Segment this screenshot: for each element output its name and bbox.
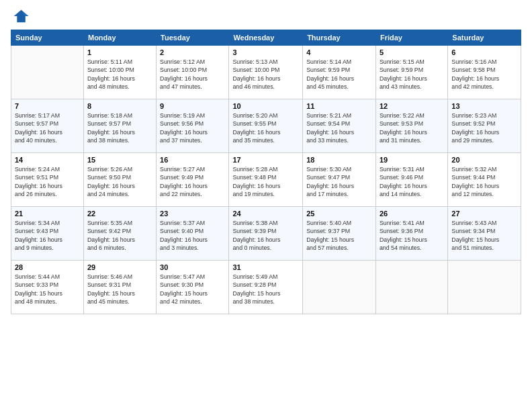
day-info: Sunrise: 5:18 AM Sunset: 9:57 PM Dayligh…: [87, 111, 152, 144]
calendar-header-row: SundayMondayTuesdayWednesdayThursdayFrid…: [11, 30, 521, 46]
calendar-cell: [375, 261, 447, 314]
day-number: 16: [160, 156, 225, 164]
day-info: Sunrise: 5:43 AM Sunset: 9:34 PM Dayligh…: [451, 219, 517, 252]
day-number: 6: [451, 48, 517, 56]
logo-icon: [11, 7, 30, 26]
calendar-week-row: 14Sunrise: 5:24 AM Sunset: 9:51 PM Dayli…: [11, 153, 521, 207]
calendar-cell: 25Sunrise: 5:40 AM Sunset: 9:37 PM Dayli…: [303, 207, 376, 261]
day-info: Sunrise: 5:12 AM Sunset: 10:00 PM Daylig…: [160, 58, 225, 91]
calendar-cell: 11Sunrise: 5:21 AM Sunset: 9:54 PM Dayli…: [303, 99, 376, 153]
calendar-cell: 9Sunrise: 5:19 AM Sunset: 9:56 PM Daylig…: [157, 99, 229, 153]
day-info: Sunrise: 5:38 AM Sunset: 9:39 PM Dayligh…: [232, 219, 299, 252]
calendar-cell: 8Sunrise: 5:18 AM Sunset: 9:57 PM Daylig…: [83, 99, 156, 153]
calendar-cell: 15Sunrise: 5:26 AM Sunset: 9:50 PM Dayli…: [83, 153, 156, 207]
day-info: Sunrise: 5:47 AM Sunset: 9:30 PM Dayligh…: [160, 273, 225, 306]
day-info: Sunrise: 5:35 AM Sunset: 9:42 PM Dayligh…: [87, 219, 152, 252]
day-number: 5: [380, 48, 444, 56]
day-number: 1: [87, 48, 152, 56]
day-info: Sunrise: 5:17 AM Sunset: 9:57 PM Dayligh…: [15, 111, 80, 144]
day-number: 30: [160, 263, 225, 271]
calendar-day-header: Saturday: [448, 30, 521, 46]
calendar-cell: 28Sunrise: 5:44 AM Sunset: 9:33 PM Dayli…: [11, 261, 84, 314]
day-number: 11: [306, 102, 372, 110]
day-number: 14: [15, 156, 80, 164]
day-info: Sunrise: 5:22 AM Sunset: 9:53 PM Dayligh…: [380, 111, 444, 144]
day-number: 4: [306, 48, 372, 56]
calendar-cell: 27Sunrise: 5:43 AM Sunset: 9:34 PM Dayli…: [448, 207, 521, 261]
day-info: Sunrise: 5:27 AM Sunset: 9:49 PM Dayligh…: [160, 165, 225, 198]
day-info: Sunrise: 5:31 AM Sunset: 9:46 PM Dayligh…: [380, 165, 444, 198]
calendar-day-header: Wednesday: [229, 30, 303, 46]
day-info: Sunrise: 5:14 AM Sunset: 9:59 PM Dayligh…: [306, 58, 372, 91]
calendar-cell: 6Sunrise: 5:16 AM Sunset: 9:58 PM Daylig…: [448, 46, 521, 99]
day-number: 25: [306, 210, 372, 218]
calendar-cell: 26Sunrise: 5:41 AM Sunset: 9:36 PM Dayli…: [375, 207, 447, 261]
calendar-day-header: Sunday: [11, 30, 84, 46]
day-info: Sunrise: 5:19 AM Sunset: 9:56 PM Dayligh…: [160, 111, 225, 144]
day-info: Sunrise: 5:37 AM Sunset: 9:40 PM Dayligh…: [160, 219, 225, 252]
calendar-cell: 31Sunrise: 5:49 AM Sunset: 9:28 PM Dayli…: [229, 261, 303, 314]
day-number: 24: [232, 210, 299, 218]
day-number: 31: [232, 263, 299, 271]
day-info: Sunrise: 5:24 AM Sunset: 9:51 PM Dayligh…: [15, 165, 80, 198]
day-info: Sunrise: 5:26 AM Sunset: 9:50 PM Dayligh…: [87, 165, 152, 198]
day-number: 28: [15, 263, 80, 271]
day-number: 23: [160, 210, 225, 218]
logo: [11, 7, 32, 26]
calendar-cell: 13Sunrise: 5:23 AM Sunset: 9:52 PM Dayli…: [448, 99, 521, 153]
day-info: Sunrise: 5:32 AM Sunset: 9:44 PM Dayligh…: [451, 165, 517, 198]
calendar-cell: 10Sunrise: 5:20 AM Sunset: 9:55 PM Dayli…: [229, 99, 303, 153]
day-number: 22: [87, 210, 152, 218]
day-number: 17: [232, 156, 299, 164]
day-number: 27: [451, 210, 517, 218]
day-info: Sunrise: 5:28 AM Sunset: 9:48 PM Dayligh…: [232, 165, 299, 198]
calendar-cell: 20Sunrise: 5:32 AM Sunset: 9:44 PM Dayli…: [448, 153, 521, 207]
calendar-cell: 19Sunrise: 5:31 AM Sunset: 9:46 PM Dayli…: [375, 153, 447, 207]
calendar-cell: 7Sunrise: 5:17 AM Sunset: 9:57 PM Daylig…: [11, 99, 84, 153]
calendar-cell: 2Sunrise: 5:12 AM Sunset: 10:00 PM Dayli…: [157, 46, 229, 99]
calendar-week-row: 21Sunrise: 5:34 AM Sunset: 9:43 PM Dayli…: [11, 207, 521, 261]
day-info: Sunrise: 5:15 AM Sunset: 9:59 PM Dayligh…: [380, 58, 444, 91]
day-number: 13: [451, 102, 517, 110]
day-number: 10: [232, 102, 299, 110]
calendar-week-row: 7Sunrise: 5:17 AM Sunset: 9:57 PM Daylig…: [11, 99, 521, 153]
page-header: [11, 7, 521, 26]
calendar-table: SundayMondayTuesdayWednesdayThursdayFrid…: [11, 30, 521, 314]
day-info: Sunrise: 5:20 AM Sunset: 9:55 PM Dayligh…: [232, 111, 299, 144]
day-info: Sunrise: 5:30 AM Sunset: 9:47 PM Dayligh…: [306, 165, 372, 198]
day-info: Sunrise: 5:49 AM Sunset: 9:28 PM Dayligh…: [232, 273, 299, 306]
day-number: 21: [15, 210, 80, 218]
day-info: Sunrise: 5:40 AM Sunset: 9:37 PM Dayligh…: [306, 219, 372, 252]
day-number: 20: [451, 156, 517, 164]
day-info: Sunrise: 5:16 AM Sunset: 9:58 PM Dayligh…: [451, 58, 517, 91]
calendar-cell: 22Sunrise: 5:35 AM Sunset: 9:42 PM Dayli…: [83, 207, 156, 261]
calendar-cell: 3Sunrise: 5:13 AM Sunset: 10:00 PM Dayli…: [229, 46, 303, 99]
calendar-cell: 29Sunrise: 5:46 AM Sunset: 9:31 PM Dayli…: [83, 261, 156, 314]
day-info: Sunrise: 5:13 AM Sunset: 10:00 PM Daylig…: [232, 58, 299, 91]
calendar-week-row: 1Sunrise: 5:11 AM Sunset: 10:00 PM Dayli…: [11, 46, 521, 99]
calendar-cell: 14Sunrise: 5:24 AM Sunset: 9:51 PM Dayli…: [11, 153, 84, 207]
day-number: 26: [380, 210, 444, 218]
calendar-cell: 18Sunrise: 5:30 AM Sunset: 9:47 PM Dayli…: [303, 153, 376, 207]
calendar-cell: 24Sunrise: 5:38 AM Sunset: 9:39 PM Dayli…: [229, 207, 303, 261]
calendar-cell: 5Sunrise: 5:15 AM Sunset: 9:59 PM Daylig…: [375, 46, 447, 99]
calendar-cell: 17Sunrise: 5:28 AM Sunset: 9:48 PM Dayli…: [229, 153, 303, 207]
day-number: 9: [160, 102, 225, 110]
day-info: Sunrise: 5:41 AM Sunset: 9:36 PM Dayligh…: [380, 219, 444, 252]
day-number: 19: [380, 156, 444, 164]
calendar-cell: [448, 261, 521, 314]
calendar-cell: 12Sunrise: 5:22 AM Sunset: 9:53 PM Dayli…: [375, 99, 447, 153]
day-number: 3: [232, 48, 299, 56]
day-info: Sunrise: 5:11 AM Sunset: 10:00 PM Daylig…: [87, 58, 152, 91]
calendar-cell: [11, 46, 84, 99]
calendar-day-header: Monday: [83, 30, 156, 46]
day-info: Sunrise: 5:44 AM Sunset: 9:33 PM Dayligh…: [15, 273, 80, 306]
calendar-cell: 21Sunrise: 5:34 AM Sunset: 9:43 PM Dayli…: [11, 207, 84, 261]
calendar-day-header: Friday: [375, 30, 447, 46]
calendar-cell: 23Sunrise: 5:37 AM Sunset: 9:40 PM Dayli…: [157, 207, 229, 261]
day-info: Sunrise: 5:34 AM Sunset: 9:43 PM Dayligh…: [15, 219, 80, 252]
calendar-week-row: 28Sunrise: 5:44 AM Sunset: 9:33 PM Dayli…: [11, 261, 521, 314]
calendar-cell: 1Sunrise: 5:11 AM Sunset: 10:00 PM Dayli…: [83, 46, 156, 99]
day-info: Sunrise: 5:23 AM Sunset: 9:52 PM Dayligh…: [451, 111, 517, 144]
day-number: 29: [87, 263, 152, 271]
